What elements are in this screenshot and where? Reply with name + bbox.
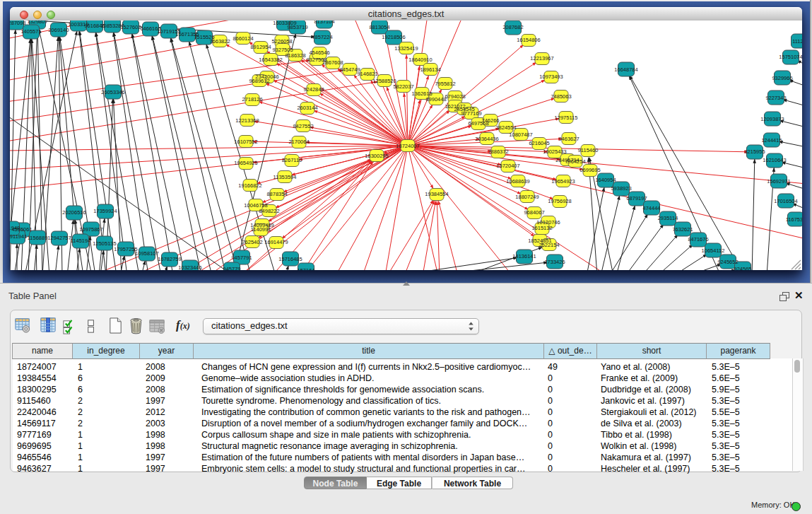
svg-text:1405571: 1405571 [20, 28, 41, 35]
svg-text:1615132: 1615132 [531, 225, 552, 231]
svg-text:2935114: 2935114 [658, 215, 678, 221]
svg-text:474444: 474444 [642, 205, 660, 211]
svg-text:12213369: 12213369 [235, 117, 259, 124]
svg-text:8215955: 8215955 [744, 148, 765, 155]
svg-text:17359924: 17359924 [93, 208, 117, 214]
svg-text:157164: 157164 [297, 267, 314, 270]
svg-text:12975115: 12975115 [555, 115, 578, 121]
svg-text:7886372: 7886372 [488, 148, 508, 155]
svg-text:9245652: 9245652 [717, 259, 738, 265]
svg-text:4546546: 4546546 [309, 49, 329, 56]
svg-text:17957255: 17957255 [114, 246, 137, 252]
svg-text:7663822: 7663822 [209, 38, 230, 45]
svg-text:2170064: 2170064 [288, 139, 309, 145]
svg-text:16543382: 16543382 [259, 57, 282, 63]
svg-text:8498222: 8498222 [259, 208, 279, 214]
svg-text:11353594: 11353594 [273, 174, 297, 180]
svg-text:8912954: 8912954 [250, 44, 271, 50]
svg-text:19756928: 19756928 [548, 198, 571, 204]
svg-text:945779: 945779 [223, 266, 240, 270]
svg-text:8878354: 8878354 [266, 191, 287, 197]
svg-text:7632621: 7632621 [672, 226, 693, 233]
svg-text:10958107: 10958107 [135, 250, 158, 257]
svg-text:16782759: 16782759 [158, 256, 181, 262]
svg-text:16648784: 16648784 [614, 66, 637, 73]
svg-text:9146821: 9146821 [357, 71, 377, 77]
svg-text:20364436: 20364436 [475, 136, 498, 142]
svg-text:9853719: 9853719 [287, 24, 307, 30]
svg-text:5822037: 5822037 [393, 83, 413, 90]
svg-text:1329807: 1329807 [27, 21, 47, 25]
svg-text:16154806: 16154806 [517, 37, 540, 43]
svg-text:12213967: 12213967 [530, 55, 553, 62]
svg-text:8990448: 8990448 [425, 96, 446, 103]
svg-text:12942757: 12942757 [47, 235, 71, 241]
svg-text:18300295: 18300295 [365, 153, 388, 159]
svg-text:2603144: 2603144 [297, 105, 317, 111]
svg-text:7955812: 7955812 [435, 81, 455, 87]
svg-text:19384554: 19384554 [425, 191, 448, 197]
svg-text:15692971: 15692971 [767, 178, 790, 185]
svg-text:3911941: 3911941 [10, 233, 27, 240]
svg-text:5938923: 5938923 [611, 185, 631, 192]
svg-text:10025433: 10025433 [543, 148, 566, 155]
svg-text:19654925: 19654925 [234, 160, 257, 166]
svg-text:2867608: 2867608 [322, 59, 343, 66]
svg-text:811940: 811940 [10, 225, 20, 231]
svg-text:1167533: 1167533 [786, 216, 802, 223]
svg-text:8427552: 8427552 [293, 123, 313, 129]
svg-text:26053346: 26053346 [101, 89, 124, 95]
svg-text:7625402: 7625402 [242, 239, 262, 245]
svg-text:15716485: 15716485 [278, 256, 302, 262]
svg-text:15720407: 15720407 [496, 163, 519, 169]
svg-text:8471676: 8471676 [688, 236, 708, 243]
svg-text:7857224: 7857224 [312, 34, 332, 40]
svg-text:0699695: 0699695 [579, 167, 600, 173]
svg-text:2087682: 2087682 [502, 24, 523, 30]
svg-text:16210643: 16210643 [763, 157, 786, 163]
svg-text:746266: 746266 [481, 117, 499, 124]
svg-text:6794028: 6794028 [445, 93, 465, 100]
svg-text:10975867: 10975867 [79, 226, 102, 233]
svg-text:18807249: 18807249 [515, 194, 539, 200]
svg-text:19166822: 19166822 [238, 182, 261, 189]
svg-text:9329966: 9329966 [772, 75, 792, 81]
svg-text:8186328: 8186328 [285, 52, 305, 59]
svg-text:9242848: 9242848 [303, 86, 324, 93]
svg-text:5226058: 5226058 [271, 38, 292, 45]
svg-text:9115460: 9115460 [578, 147, 599, 153]
svg-text:3824554: 3824554 [495, 124, 516, 131]
svg-text:2069140: 2069140 [48, 27, 69, 33]
svg-text:9457791: 9457791 [231, 255, 252, 261]
svg-text:10323446: 10323446 [178, 264, 201, 270]
svg-text:12505135: 12505135 [93, 240, 116, 247]
svg-text:1527602: 1527602 [120, 24, 141, 30]
svg-text:7964254: 7964254 [565, 158, 585, 165]
svg-text:1244415: 1244415 [761, 137, 782, 144]
svg-text:18640910: 18640910 [408, 57, 432, 63]
svg-text:6216045: 6216045 [529, 140, 549, 146]
svg-text:15751074: 15751074 [779, 54, 802, 60]
svg-text:13325419: 13325419 [394, 45, 418, 52]
svg-text:1145194: 1145194 [71, 238, 91, 244]
svg-text:9227343: 9227343 [765, 95, 786, 101]
svg-text:9684067: 9684067 [524, 209, 544, 216]
svg-text:17016504: 17016504 [774, 198, 797, 204]
svg-text:1140991: 1140991 [251, 226, 271, 233]
svg-text:8267110: 8267110 [282, 157, 302, 163]
svg-text:9689612: 9689612 [249, 78, 269, 84]
svg-text:19654923: 19654923 [551, 178, 575, 185]
svg-text:8137104: 8137104 [314, 21, 334, 25]
svg-text:18724007: 18724007 [396, 143, 419, 149]
svg-text:8660124: 8660124 [233, 35, 253, 42]
svg-text:1156889: 1156889 [28, 235, 48, 241]
svg-text:14136141: 14136141 [512, 253, 536, 259]
svg-text:10807487: 10807487 [509, 132, 532, 138]
svg-text:7485063: 7485063 [551, 93, 571, 100]
svg-text:9777169: 9777169 [461, 110, 481, 117]
svg-text:16107552: 16107552 [234, 139, 257, 145]
svg-text:10654112: 10654112 [702, 247, 725, 254]
svg-text:19218506: 19218506 [382, 34, 405, 40]
svg-text:1733426: 1733426 [544, 259, 565, 265]
svg-text:10973493: 10973493 [539, 74, 563, 80]
